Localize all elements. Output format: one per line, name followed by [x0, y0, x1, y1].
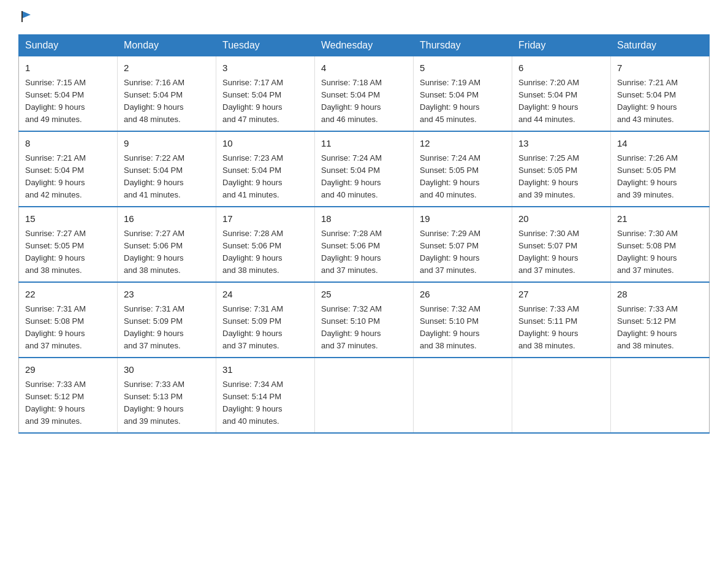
calendar-table: SundayMondayTuesdayWednesdayThursdayFrid…: [18, 34, 710, 434]
day-info: Sunrise: 7:22 AMSunset: 5:04 PMDaylight:…: [124, 153, 184, 199]
day-info: Sunrise: 7:31 AMSunset: 5:09 PMDaylight:…: [222, 304, 283, 350]
week-row-5: 29Sunrise: 7:33 AMSunset: 5:12 PMDayligh…: [19, 358, 710, 433]
day-info: Sunrise: 7:33 AMSunset: 5:12 PMDaylight:…: [25, 380, 86, 426]
week-row-4: 22Sunrise: 7:31 AMSunset: 5:08 PMDayligh…: [19, 282, 710, 358]
svg-marker-0: [22, 11, 31, 18]
day-info: Sunrise: 7:31 AMSunset: 5:08 PMDaylight:…: [25, 304, 86, 350]
calendar-cell: 19Sunrise: 7:29 AMSunset: 5:07 PMDayligh…: [414, 207, 512, 282]
day-number: 24: [222, 288, 308, 302]
day-number: 27: [518, 288, 604, 302]
calendar-cell: 27Sunrise: 7:33 AMSunset: 5:11 PMDayligh…: [512, 282, 611, 358]
day-info: Sunrise: 7:32 AMSunset: 5:10 PMDaylight:…: [321, 304, 382, 350]
day-number: 22: [25, 288, 111, 302]
day-number: 10: [222, 137, 308, 151]
calendar-cell: 24Sunrise: 7:31 AMSunset: 5:09 PMDayligh…: [216, 282, 315, 358]
day-info: Sunrise: 7:17 AMSunset: 5:04 PMDaylight:…: [222, 78, 283, 124]
calendar-cell: [315, 358, 414, 433]
day-number: 13: [518, 137, 604, 151]
svg-rect-1: [21, 11, 23, 22]
day-info: Sunrise: 7:29 AMSunset: 5:07 PMDaylight:…: [420, 229, 480, 275]
header-day-friday: Friday: [512, 35, 611, 56]
calendar-cell: 12Sunrise: 7:24 AMSunset: 5:05 PMDayligh…: [414, 131, 512, 207]
day-number: 8: [25, 137, 111, 151]
calendar-cell: 26Sunrise: 7:32 AMSunset: 5:10 PMDayligh…: [414, 282, 512, 358]
calendar-cell: 7Sunrise: 7:21 AMSunset: 5:04 PMDaylight…: [611, 56, 710, 132]
calendar-cell: 13Sunrise: 7:25 AMSunset: 5:05 PMDayligh…: [512, 131, 611, 207]
day-info: Sunrise: 7:25 AMSunset: 5:05 PMDaylight:…: [518, 153, 579, 199]
calendar-cell: 3Sunrise: 7:17 AMSunset: 5:04 PMDaylight…: [216, 56, 315, 132]
header-day-wednesday: Wednesday: [315, 35, 414, 56]
day-info: Sunrise: 7:26 AMSunset: 5:05 PMDaylight:…: [617, 153, 678, 199]
day-number: 19: [420, 212, 506, 226]
day-info: Sunrise: 7:27 AMSunset: 5:06 PMDaylight:…: [124, 229, 184, 275]
calendar-body: 1Sunrise: 7:15 AMSunset: 5:04 PMDaylight…: [19, 56, 710, 434]
header-day-saturday: Saturday: [611, 35, 710, 56]
day-info: Sunrise: 7:16 AMSunset: 5:04 PMDaylight:…: [124, 78, 184, 124]
calendar-cell: 28Sunrise: 7:33 AMSunset: 5:12 PMDayligh…: [611, 282, 710, 358]
calendar-cell: 15Sunrise: 7:27 AMSunset: 5:05 PMDayligh…: [19, 207, 118, 282]
calendar-cell: 31Sunrise: 7:34 AMSunset: 5:14 PMDayligh…: [216, 358, 315, 433]
calendar-header: SundayMondayTuesdayWednesdayThursdayFrid…: [19, 35, 710, 56]
calendar-cell: [512, 358, 611, 433]
calendar-cell: 16Sunrise: 7:27 AMSunset: 5:06 PMDayligh…: [118, 207, 216, 282]
day-number: 12: [420, 137, 506, 151]
day-info: Sunrise: 7:24 AMSunset: 5:05 PMDaylight:…: [420, 153, 480, 199]
day-number: 15: [25, 212, 111, 226]
calendar-cell: 6Sunrise: 7:20 AMSunset: 5:04 PMDaylight…: [512, 56, 611, 132]
calendar-cell: 9Sunrise: 7:22 AMSunset: 5:04 PMDaylight…: [118, 131, 216, 207]
calendar-cell: 18Sunrise: 7:28 AMSunset: 5:06 PMDayligh…: [315, 207, 414, 282]
header-day-tuesday: Tuesday: [216, 35, 315, 56]
week-row-3: 15Sunrise: 7:27 AMSunset: 5:05 PMDayligh…: [19, 207, 710, 282]
day-info: Sunrise: 7:33 AMSunset: 5:12 PMDaylight:…: [617, 304, 678, 350]
calendar-cell: 10Sunrise: 7:23 AMSunset: 5:04 PMDayligh…: [216, 131, 315, 207]
day-number: 5: [420, 61, 506, 75]
calendar-cell: 20Sunrise: 7:30 AMSunset: 5:07 PMDayligh…: [512, 207, 611, 282]
day-info: Sunrise: 7:24 AMSunset: 5:04 PMDaylight:…: [321, 153, 382, 199]
day-info: Sunrise: 7:15 AMSunset: 5:04 PMDaylight:…: [25, 78, 86, 124]
day-info: Sunrise: 7:34 AMSunset: 5:14 PMDaylight:…: [222, 380, 283, 426]
header-day-monday: Monday: [118, 35, 216, 56]
day-number: 11: [321, 137, 407, 151]
day-info: Sunrise: 7:28 AMSunset: 5:06 PMDaylight:…: [222, 229, 283, 275]
calendar-cell: 30Sunrise: 7:33 AMSunset: 5:13 PMDayligh…: [118, 358, 216, 433]
day-number: 25: [321, 288, 407, 302]
day-info: Sunrise: 7:30 AMSunset: 5:07 PMDaylight:…: [518, 229, 579, 275]
day-info: Sunrise: 7:21 AMSunset: 5:04 PMDaylight:…: [617, 78, 678, 124]
day-info: Sunrise: 7:21 AMSunset: 5:04 PMDaylight:…: [25, 153, 86, 199]
calendar-cell: [611, 358, 710, 433]
calendar-cell: 17Sunrise: 7:28 AMSunset: 5:06 PMDayligh…: [216, 207, 315, 282]
calendar-cell: 5Sunrise: 7:19 AMSunset: 5:04 PMDaylight…: [414, 56, 512, 132]
calendar-cell: 25Sunrise: 7:32 AMSunset: 5:10 PMDayligh…: [315, 282, 414, 358]
day-number: 28: [617, 288, 703, 302]
header-row: SundayMondayTuesdayWednesdayThursdayFrid…: [19, 35, 710, 56]
day-number: 16: [124, 212, 210, 226]
calendar-cell: 23Sunrise: 7:31 AMSunset: 5:09 PMDayligh…: [118, 282, 216, 358]
day-info: Sunrise: 7:19 AMSunset: 5:04 PMDaylight:…: [420, 78, 480, 124]
day-number: 30: [124, 363, 210, 377]
logo: [18, 12, 33, 23]
calendar-cell: 1Sunrise: 7:15 AMSunset: 5:04 PMDaylight…: [19, 56, 118, 132]
day-number: 14: [617, 137, 703, 151]
day-number: 21: [617, 212, 703, 226]
calendar-cell: 22Sunrise: 7:31 AMSunset: 5:08 PMDayligh…: [19, 282, 118, 358]
day-info: Sunrise: 7:30 AMSunset: 5:08 PMDaylight:…: [617, 229, 678, 275]
week-row-1: 1Sunrise: 7:15 AMSunset: 5:04 PMDaylight…: [19, 56, 710, 132]
day-info: Sunrise: 7:27 AMSunset: 5:05 PMDaylight:…: [25, 229, 86, 275]
day-number: 20: [518, 212, 604, 226]
day-number: 26: [420, 288, 506, 302]
day-number: 7: [617, 61, 703, 75]
calendar-cell: 8Sunrise: 7:21 AMSunset: 5:04 PMDaylight…: [19, 131, 118, 207]
logo-flag-icon: [20, 10, 33, 23]
header-day-sunday: Sunday: [19, 35, 118, 56]
day-number: 3: [222, 61, 308, 75]
calendar-cell: 11Sunrise: 7:24 AMSunset: 5:04 PMDayligh…: [315, 131, 414, 207]
day-info: Sunrise: 7:33 AMSunset: 5:13 PMDaylight:…: [124, 380, 184, 426]
day-info: Sunrise: 7:33 AMSunset: 5:11 PMDaylight:…: [518, 304, 579, 350]
day-number: 31: [222, 363, 308, 377]
day-number: 23: [124, 288, 210, 302]
day-number: 9: [124, 137, 210, 151]
header: [18, 12, 710, 23]
day-number: 4: [321, 61, 407, 75]
day-info: Sunrise: 7:31 AMSunset: 5:09 PMDaylight:…: [124, 304, 184, 350]
day-number: 29: [25, 363, 111, 377]
